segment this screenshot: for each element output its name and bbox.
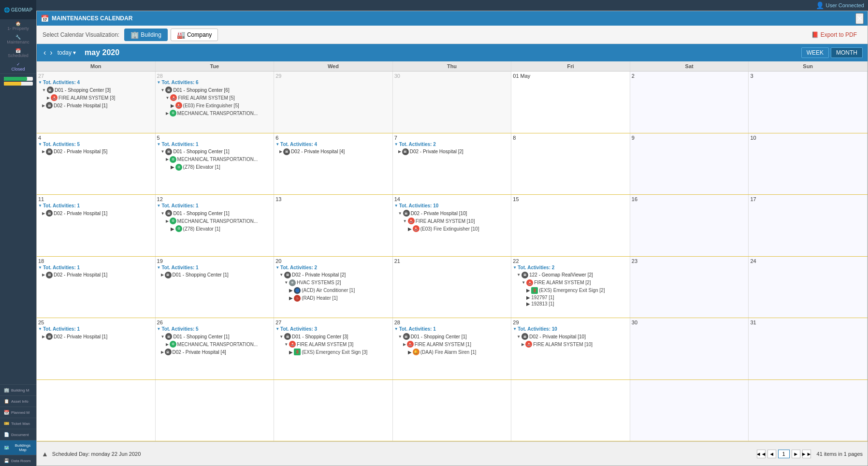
calendar-cell[interactable]: 12 ▼ Tot. Activities: 1 ▼🏛 D01 - Shoppin… <box>156 195 275 256</box>
company-view-button[interactable]: 🏭 Company <box>171 29 218 41</box>
calendar-cell[interactable]: 27 ▼ Tot. Activities: 4 ▼🏛 D01 - Shoppin… <box>37 72 156 133</box>
building-row[interactable]: ▶🏛 D02 - Private Hospital [1] <box>38 209 154 217</box>
sidebar-item-ticket-man[interactable]: 🎫 Ticket Man <box>0 418 36 429</box>
tot-activities[interactable]: ▼ Tot. Activities: 6 <box>157 80 273 85</box>
building-row[interactable]: ▶🏛 D02 - Private Hospital [5] <box>38 148 154 156</box>
system-row[interactable]: ▼❄ HVAC SYSTEMS [2] <box>275 279 391 287</box>
tot-activities[interactable]: ▼ Tot. Activities: 1 <box>38 326 154 332</box>
sidebar-item-planned-m[interactable]: 📆 Planned M <box>0 407 36 418</box>
calendar-cell[interactable]: 29 ▼ Tot. Activities: 10 ▼🏛 D02 - Privat… <box>511 318 630 379</box>
sub-row[interactable]: ▶ 🚪 (EXS) Emergency Exit Sign [3] <box>275 348 391 356</box>
building-row[interactable]: ▶🏛 D02 - Private Hospital [2] <box>394 148 510 156</box>
building-row[interactable]: ▼🏛 D01 - Shopping Center [1] <box>157 209 273 217</box>
week-button[interactable]: WEEK <box>801 47 829 58</box>
page-number-input[interactable] <box>778 450 790 458</box>
calendar-cell[interactable]: 17 <box>749 195 868 256</box>
building-row[interactable]: ▼🏛 D01 - Shopping Center [1] <box>157 333 273 340</box>
tot-activities[interactable]: ▼ Tot. Activities: 2 <box>275 265 391 270</box>
tot-activities[interactable]: ▼ Tot. Activities: 1 <box>38 203 154 208</box>
building-row[interactable]: ▼🏛 D01 - Shopping Center [1] <box>394 333 510 340</box>
sub-row[interactable]: ▶ 🚨 (E03) Fire Extinguisher [5] <box>157 102 273 109</box>
sub-row[interactable]: ▶ 192813 [1] <box>513 301 628 307</box>
building-row[interactable]: ▼🏛 122 - Geomap RealViewer [2] <box>513 271 628 279</box>
sidebar-item-closed[interactable]: ✓ Closed <box>0 60 36 73</box>
tot-activities[interactable]: ▼ Tot. Activities: 1 <box>394 326 510 332</box>
tot-activities[interactable]: ▼ Tot. Activities: 1 <box>157 265 273 270</box>
tot-activities[interactable]: ▼ Tot. Activities: 2 <box>394 142 510 147</box>
system-row[interactable]: ▶⚙ MECHANICAL TRANSPORTATION... <box>157 340 273 348</box>
sub-row[interactable]: ▶ ♨ (RAD) Heater [1] <box>275 294 391 302</box>
sidebar-item-building-m[interactable]: 🏢 Building M <box>0 384 36 395</box>
calendar-cell[interactable]: 28 ▼ Tot. Activities: 6 ▼🏛 D01 - Shoppin… <box>156 72 275 133</box>
sidebar-item-document[interactable]: 📄 Document <box>0 429 36 440</box>
calendar-cell[interactable]: 22 ▼ Tot. Activities: 2 ▼🏛 122 - Geomap … <box>511 257 630 318</box>
building-row[interactable]: ▼🏛 D01 - Shopping Center [3] <box>38 86 154 94</box>
calendar-cell[interactable]: 11 ▼ Tot. Activities: 1 ▶🏛 D02 - Private… <box>37 195 156 256</box>
tot-activities[interactable]: ▼ Tot. Activities: 5 <box>157 326 273 332</box>
today-button[interactable]: today ▾ <box>58 49 76 56</box>
system-row[interactable]: ▶⚙ MECHANICAL TRANSPORTATION... <box>157 156 273 163</box>
sub-row[interactable]: ▶ ⚙ (Z78) Elevator [1] <box>157 225 273 233</box>
calendar-cell[interactable] <box>156 380 275 441</box>
tot-activities[interactable]: ▼ Tot. Activities: 1 <box>157 203 273 208</box>
next-page-button[interactable]: ► <box>792 450 800 458</box>
calendar-cell[interactable] <box>393 380 512 441</box>
sub-row[interactable]: ▶ 🌀 (ACD) Air Conditioner [1] <box>275 287 391 294</box>
close-button[interactable]: ✕ <box>855 13 864 24</box>
calendar-cell[interactable]: 19 ▼ Tot. Activities: 1 ▶🏛 D01 - Shoppin… <box>156 257 275 318</box>
system-row[interactable]: ▶⚙ MECHANICAL TRANSPORTATION... <box>157 109 273 117</box>
tot-activities[interactable]: ▼ Tot. Activities: 1 <box>38 265 154 270</box>
sidebar-item-scheduled[interactable]: 📅 Scheduled <box>0 46 36 60</box>
sub-row[interactable]: ▶ 🚪 (EXS) Emergency Exit Sign [2] <box>513 287 628 294</box>
calendar-cell[interactable] <box>511 380 630 441</box>
tot-activities[interactable]: ▼ Tot. Activities: 1 <box>157 142 273 147</box>
calendar-cell[interactable]: 10 <box>749 133 868 195</box>
building-row[interactable]: ▼🏛 D02 - Private Hospital [2] <box>275 271 391 279</box>
calendar-cell[interactable] <box>749 380 868 441</box>
sub-row[interactable]: ▶ 🚨 (E03) Fire Extinguisher [10] <box>394 225 510 233</box>
sub-row[interactable]: ▶ 192797 [1] <box>513 294 628 301</box>
export-pdf-button[interactable]: 📕 Export to PDF <box>807 29 862 40</box>
expand-arrow[interactable]: ▲ <box>42 450 48 458</box>
building-row[interactable]: ▼🏛 D02 - Private Hospital [10] <box>513 333 628 340</box>
sidebar-item-property[interactable]: 🏠 1- Property <box>0 19 36 33</box>
prev-page-button[interactable]: ◄ <box>767 450 776 458</box>
tot-activities[interactable]: ▼ Tot. Activities: 10 <box>394 203 510 208</box>
calendar-cell[interactable]: 30 <box>630 318 749 379</box>
sub-row[interactable]: ▶ 🔔 (DAA) Fire Alarm Siren [1] <box>394 348 510 356</box>
tot-activities[interactable]: ▼ Tot. Activities: 2 <box>513 265 628 270</box>
tot-activities[interactable]: ▼ Tot. Activities: 3 <box>275 326 391 332</box>
tot-activities[interactable]: ▼ Tot. Activities: 4 <box>38 80 154 85</box>
calendar-cell[interactable]: 28 ▼ Tot. Activities: 1 ▼🏛 D01 - Shoppin… <box>393 318 512 379</box>
calendar-cell[interactable]: 26 ▼ Tot. Activities: 5 ▼🏛 D01 - Shoppin… <box>156 318 275 379</box>
calendar-cell[interactable]: 31 <box>749 318 868 379</box>
tot-activities[interactable]: ▼ Tot. Activities: 5 <box>38 142 154 147</box>
tot-activities[interactable]: ▼ Tot. Activities: 10 <box>513 326 628 332</box>
calendar-cell[interactable]: 29 <box>274 72 393 133</box>
building-row[interactable]: ▼🏛 D01 - Shopping Center [1] <box>157 148 273 156</box>
calendar-cell[interactable]: 30 <box>393 72 512 133</box>
system-row[interactable]: ▼🚨 FIRE ALARM SYSTEM [5] <box>157 94 273 102</box>
prev-arrow-button[interactable]: ‹ <box>43 48 46 57</box>
calendar-cell[interactable]: 20 ▼ Tot. Activities: 2 ▼🏛 D02 - Private… <box>274 257 393 318</box>
calendar-cell[interactable]: 9 <box>630 133 749 195</box>
calendar-cell[interactable]: 24 <box>749 257 868 318</box>
building-view-button[interactable]: 🏢 Building <box>124 29 168 41</box>
calendar-cell[interactable]: 14 ▼ Tot. Activities: 10 ▼🏛 D02 - Privat… <box>393 195 512 256</box>
building-row[interactable]: ▼🏛 D01 - Shopping Center [6] <box>157 86 273 94</box>
building-row[interactable]: ▶🏛 D02 - Private Hospital [1] <box>38 333 154 340</box>
calendar-cell[interactable]: 7 ▼ Tot. Activities: 2 ▶🏛 D02 - Private … <box>393 133 512 195</box>
system-row[interactable]: ▶🚨 FIRE ALARM SYSTEM [10] <box>513 340 628 348</box>
sidebar-item-data-room[interactable]: 💾 Data Room <box>0 455 36 466</box>
system-row[interactable]: ▼🚨 FIRE ALARM SYSTEM [2] <box>513 279 628 287</box>
building-row[interactable]: ▶🏛 D02 - Private Hospital [1] <box>38 102 154 109</box>
calendar-cell[interactable]: 2 <box>630 72 749 133</box>
sub-row[interactable]: ▶ ⚙ (Z78) Elevator [1] <box>157 163 273 171</box>
calendar-cell[interactable]: 13 <box>274 195 393 256</box>
calendar-cell[interactable] <box>274 380 393 441</box>
building-row[interactable]: ▶🏛 D02 - Private Hospital [4] <box>157 348 273 356</box>
sidebar-item-maintenance[interactable]: 🔧 Maintenanc <box>0 33 36 46</box>
month-button[interactable]: MONTH <box>831 47 863 58</box>
system-row[interactable]: ▶⚙ MECHANICAL TRANSPORTATION... <box>157 217 273 225</box>
system-row[interactable]: ▼🚨 FIRE ALARM SYSTEM [10] <box>394 217 510 225</box>
